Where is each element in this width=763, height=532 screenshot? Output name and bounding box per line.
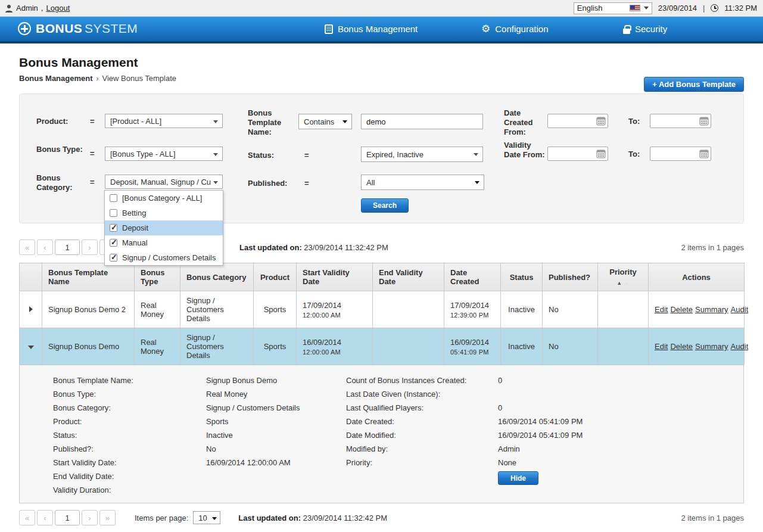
- col-date-created[interactable]: Date Created: [444, 263, 501, 291]
- col-name[interactable]: Bonus Template Name: [42, 263, 135, 291]
- checkbox-checked-icon[interactable]: [110, 224, 117, 232]
- audit-link[interactable]: Audit: [731, 342, 749, 351]
- cell-name: Signup Bonus Demo: [42, 328, 135, 365]
- template-name-input[interactable]: [361, 114, 483, 129]
- edit-link[interactable]: Edit: [655, 305, 668, 314]
- template-name-label: Bonus Template Name:: [248, 108, 301, 137]
- product-select[interactable]: [Product - ALL]: [105, 114, 223, 128]
- comma: ,: [41, 4, 43, 13]
- dropdown-option[interactable]: Manual: [105, 235, 223, 250]
- breadcrumb-root[interactable]: Bonus Management: [19, 74, 93, 83]
- cell-type: Real Money: [135, 328, 180, 365]
- delete-link[interactable]: Delete: [670, 342, 693, 351]
- col-priority[interactable]: Priority ▲ ▲: [598, 263, 649, 291]
- expand-row-icon[interactable]: [29, 306, 33, 312]
- detail-value: 0: [498, 376, 502, 385]
- dropdown-option[interactable]: [Bonus Category - ALL]: [105, 191, 223, 206]
- last-updated-value: 23/09/2014 11:32:42 PM: [304, 243, 388, 252]
- summary-link[interactable]: Summary: [695, 305, 728, 314]
- checkbox-unchecked-icon[interactable]: [110, 194, 117, 202]
- product-label: Product:: [36, 117, 90, 126]
- created-date: 16/09/2014: [450, 338, 494, 347]
- language-select[interactable]: English: [574, 2, 652, 14]
- row-detail-panel: Bonus Template Name:Signup Bonus Demo Bo…: [19, 365, 744, 503]
- calendar-icon[interactable]: [596, 116, 606, 126]
- current-page[interactable]: 1: [55, 510, 80, 525]
- items-summary: 2 items in 1 pages: [681, 243, 744, 252]
- cell-end-validity: [373, 328, 444, 365]
- detail-label: Validity Duration:: [53, 486, 206, 494]
- bonus-type-select[interactable]: [Bonus Type - ALL]: [105, 147, 223, 161]
- detail-right-column: Count of Bonus Instances Created:0 Last …: [346, 374, 727, 497]
- col-start-validity[interactable]: Start Validity Date: [297, 263, 373, 291]
- col-category[interactable]: Bonus Category: [180, 263, 254, 291]
- delete-link[interactable]: Delete: [670, 305, 693, 314]
- dropdown-option[interactable]: Betting: [105, 206, 223, 220]
- col-published[interactable]: Published?: [543, 263, 598, 291]
- next-page-button[interactable]: ›: [82, 510, 98, 525]
- audit-link[interactable]: Audit: [731, 305, 749, 314]
- priority-header-label: Priority: [604, 267, 642, 276]
- col-end-validity[interactable]: End Validity Date: [373, 263, 444, 291]
- nav-security[interactable]: Security: [623, 17, 667, 41]
- cell-priority: [598, 291, 649, 328]
- template-name-operator-select[interactable]: Contains: [298, 114, 352, 129]
- current-page[interactable]: 1: [55, 239, 80, 255]
- detail-label: End Validity Date:: [53, 472, 206, 481]
- checkbox-checked-icon[interactable]: [110, 254, 117, 262]
- sort-desc-icon[interactable]: ▲: [624, 280, 630, 286]
- published-select[interactable]: All: [361, 175, 484, 190]
- calendar-icon[interactable]: [699, 149, 709, 158]
- logout-link[interactable]: Logout: [46, 4, 70, 13]
- cell-published: No: [543, 291, 598, 328]
- last-updated-value: 23/09/2014 11:32:42 PM: [303, 514, 387, 522]
- items-per-page: Items per page: 10: [135, 511, 220, 524]
- last-page-button[interactable]: »: [99, 510, 116, 525]
- nav-label: Configuration: [495, 24, 548, 34]
- table-row-selected: Signup Bonus Demo Real Money Signup / Cu…: [20, 328, 745, 365]
- cell-status: Inactive: [501, 291, 543, 328]
- add-bonus-template-button[interactable]: + Add Bonus Template: [644, 77, 744, 92]
- bonus-category-label: Bonus Category:: [36, 173, 90, 192]
- table-row: Signup Bonus Demo 2 Real Money Signup / …: [20, 291, 745, 328]
- date-created-to-field: [650, 114, 711, 128]
- search-button[interactable]: Search: [361, 198, 409, 213]
- hide-button[interactable]: Hide: [498, 471, 538, 485]
- status-label: Status:: [248, 151, 301, 160]
- published-value: All: [366, 178, 375, 187]
- row-expander-cell[interactable]: [20, 291, 42, 328]
- brand-light: SYSTEM: [85, 21, 138, 35]
- col-product[interactable]: Product: [254, 263, 297, 291]
- dropdown-option-highlighted[interactable]: Deposit: [105, 220, 223, 235]
- nav-label: Bonus Management: [338, 24, 418, 34]
- items-per-page-select[interactable]: 10: [193, 511, 220, 524]
- summary-link[interactable]: Summary: [695, 342, 728, 351]
- nav-configuration[interactable]: ⚙ Configuration: [481, 17, 548, 41]
- nav-bonus-management[interactable]: Bonus Management: [325, 17, 418, 41]
- sort-asc-icon[interactable]: ▲: [616, 280, 622, 286]
- prev-page-button[interactable]: ‹: [37, 239, 53, 255]
- col-type[interactable]: Bonus Type: [135, 263, 180, 291]
- next-page-button[interactable]: ›: [82, 239, 98, 255]
- status-value: Expired, Inactive: [366, 150, 423, 159]
- prev-page-button[interactable]: ‹: [37, 510, 53, 525]
- topbar-right: English 23/09/2014 | 11:32 PM: [574, 2, 757, 14]
- calendar-icon[interactable]: [699, 116, 709, 126]
- calendar-icon[interactable]: [596, 149, 606, 158]
- status-select[interactable]: Expired, Inactive: [361, 147, 483, 162]
- col-status[interactable]: Status: [501, 263, 543, 291]
- bonus-category-select[interactable]: Deposit, Manual, Signup / Cu: [105, 175, 223, 189]
- option-label: Manual: [122, 238, 148, 247]
- first-page-button[interactable]: «: [19, 239, 35, 255]
- row-expander-cell[interactable]: [20, 328, 42, 365]
- edit-link[interactable]: Edit: [655, 342, 668, 351]
- user-icon: [5, 4, 13, 13]
- dropdown-option[interactable]: Signup / Customers Details: [105, 250, 223, 265]
- checkbox-checked-icon[interactable]: [110, 239, 117, 247]
- collapse-row-icon[interactable]: [28, 346, 34, 349]
- first-page-button[interactable]: «: [19, 510, 35, 525]
- checkbox-unchecked-icon[interactable]: [110, 209, 117, 217]
- detail-label: Bonus Type:: [53, 390, 206, 399]
- bonus-category-value: Deposit, Manual, Signup / Cu: [110, 178, 211, 186]
- cell-name: Signup Bonus Demo 2: [42, 291, 135, 328]
